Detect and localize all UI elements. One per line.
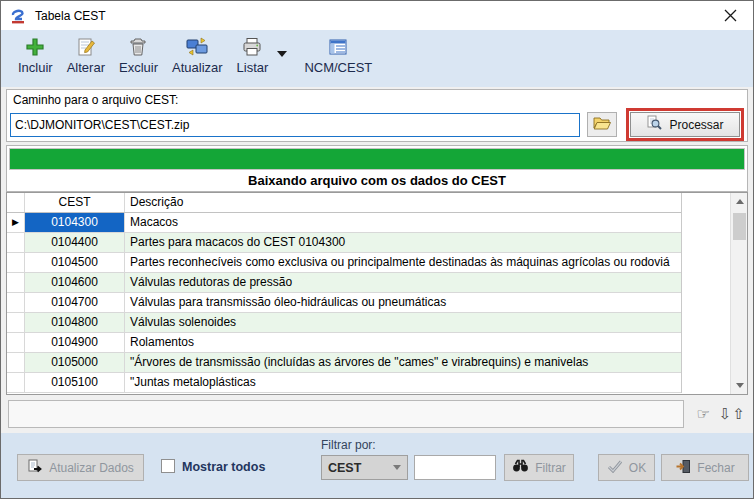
filter-section-label: Filtrar por: (321, 438, 376, 452)
indicator-column-header (7, 193, 25, 212)
progress-fill (10, 149, 744, 169)
listar-dropdown-icon[interactable] (277, 51, 287, 57)
filter-value-input[interactable] (414, 455, 496, 480)
content-area: Caminho para o arquivo CEST: (1, 87, 753, 395)
download-status-text: Baixando arquivo com os dados do CEST (9, 173, 745, 188)
path-input[interactable] (10, 113, 580, 137)
progress-section: Baixando arquivo com os dados do CEST (6, 145, 748, 192)
toolbar-label: Excluir (119, 60, 158, 75)
window-title: Tabela CEST (35, 9, 106, 23)
ok-label: OK (629, 461, 646, 475)
table-row[interactable]: ▶ 0104300 Macacos (7, 213, 681, 233)
add-icon (24, 35, 46, 59)
table-row[interactable]: 0105100 "Juntas metaloplásticas (7, 373, 681, 393)
vertical-scrollbar[interactable] (730, 193, 747, 394)
table-row[interactable]: 0104800 Válvulas solenoides (7, 313, 681, 333)
scroll-down-icon[interactable] (731, 377, 748, 394)
processar-highlight: Processar (626, 108, 744, 141)
toolbar-button-alterar[interactable]: Alterar (60, 35, 112, 75)
column-header-descricao: Descrição (125, 193, 681, 212)
checkmark-icon (607, 460, 623, 476)
toolbar-button-listar[interactable]: Listar (230, 35, 276, 75)
status-strip: ☞ ⇩⇧ (1, 395, 753, 433)
table-row[interactable]: 0104500 Partes reconhecíveis como exclus… (7, 253, 681, 273)
progress-bar (9, 148, 745, 170)
scroll-up-icon[interactable] (731, 193, 748, 210)
table-row[interactable]: 0104400 Partes para macacos do CEST 0104… (7, 233, 681, 253)
folder-icon (592, 115, 612, 135)
filter-field-value: CEST (328, 461, 361, 475)
tabela-cest-window: Tabela CEST Incluir Al (0, 0, 754, 499)
mostrar-todos-label: Mostrar todos (182, 460, 265, 474)
toolbar-label: Listar (237, 60, 269, 75)
browse-folder-button[interactable] (587, 112, 617, 137)
print-icon (241, 35, 263, 59)
sort-arrows-icon: ⇩⇧ (719, 405, 746, 423)
chevron-down-icon (393, 465, 401, 470)
titlebar: Tabela CEST (1, 1, 753, 30)
toolbar-label: Alterar (67, 60, 105, 75)
table-row[interactable]: 0105000 "Árvores de transmissão (incluíd… (7, 353, 681, 373)
filter-panel: Filtrar por: Atualizar Dados Mostrar tod… (1, 433, 753, 499)
column-header-cest: CEST (25, 193, 125, 212)
toolbar-button-atualizar[interactable]: Atualizar (165, 35, 230, 75)
cest-grid: CEST Descrição ▶ 0104300 Macacos 0104400… (6, 192, 748, 395)
path-label: Caminho para o arquivo CEST: (13, 93, 744, 107)
binoculars-icon (512, 459, 529, 476)
table-icon (327, 35, 349, 59)
update-data-icon (27, 459, 43, 477)
scrollbar-thumb[interactable] (733, 213, 746, 240)
filtrar-label: Filtrar (535, 461, 566, 475)
toolbar-button-incluir[interactable]: Incluir (11, 35, 60, 75)
edit-icon (75, 35, 97, 59)
filter-field-select[interactable]: CEST (321, 455, 408, 480)
fechar-label: Fechar (697, 461, 734, 475)
table-row[interactable]: 0104700 Válvulas para transmissão óleo-h… (7, 293, 681, 313)
process-search-icon (646, 115, 662, 134)
toolbar-label: Incluir (18, 60, 53, 75)
table-row[interactable]: 0104600 Válvulas redutoras de pressão (7, 273, 681, 293)
processar-label: Processar (669, 118, 723, 132)
exit-door-icon (675, 459, 691, 477)
toolbar-label: NCM/CEST (304, 60, 372, 75)
atualizar-dados-label: Atualizar Dados (49, 461, 134, 475)
table-row[interactable]: 0104900 Rolamentos (7, 333, 681, 353)
atualizar-dados-button[interactable]: Atualizar Dados (17, 454, 144, 481)
close-icon[interactable] (715, 4, 745, 28)
toolbar: Incluir Alterar Excluir (1, 30, 753, 87)
grid-header-row: CEST Descrição (7, 193, 681, 213)
processar-button[interactable]: Processar (630, 112, 740, 137)
app-logo-icon (9, 7, 27, 25)
status-message-box (8, 400, 684, 428)
refresh-icon (185, 35, 209, 59)
toolbar-button-ncm-cest[interactable]: NCM/CEST (297, 35, 379, 75)
toolbar-button-excluir[interactable]: Excluir (112, 35, 165, 75)
record-pointer-icon: ☞ (696, 405, 709, 423)
fechar-button[interactable]: Fechar (661, 454, 749, 481)
path-section: Caminho para o arquivo CEST: (6, 89, 748, 142)
ok-button[interactable]: OK (598, 454, 655, 481)
mostrar-todos-checkbox[interactable] (161, 459, 175, 473)
delete-icon (127, 35, 149, 59)
toolbar-label: Atualizar (172, 60, 223, 75)
filtrar-button[interactable]: Filtrar (504, 454, 574, 481)
selected-row-indicator-icon: ▶ (12, 213, 19, 232)
